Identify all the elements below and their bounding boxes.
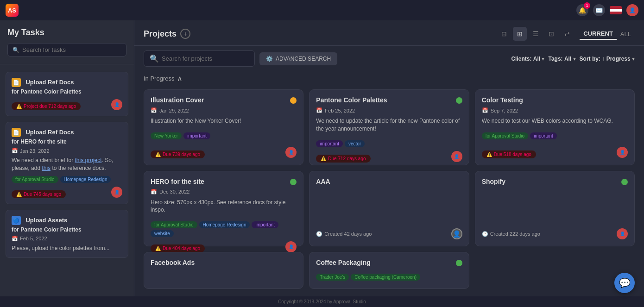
due-badge: ⚠️ Due 404 days ago [151, 244, 205, 252]
tag: Coffee packaging (Cameroon) [351, 274, 420, 281]
projects-header: Projects + ⊟ ⊞ ☰ ⊡ ⇄ CURRENT ALL [134, 20, 644, 46]
alert-icon: ⚠️ [16, 192, 22, 197]
task-card-header: 📄 Upload Ref Docs [12, 78, 122, 87]
top-nav: AS 🔔 1 ✉️ 👤 [0, 0, 644, 20]
task-card: 🔵 Upload Assets for Pantone Color Palett… [6, 210, 128, 258]
task-list: 📄 Upload Ref Docs for Pantone Color Pale… [0, 68, 134, 296]
due-badge: ⚠️ Due 739 days ago [151, 150, 205, 158]
notification-badge: 1 [584, 2, 590, 9]
project-tags: New Yorker important [151, 132, 297, 139]
project-card[interactable]: Facebook Ads [144, 252, 303, 289]
project-avatar: 👤 [285, 147, 297, 158]
calendar-icon: 📅 [316, 107, 322, 113]
calendar-icon: 📅 [12, 148, 18, 154]
project-card-footer: ⚠️ Due 739 days ago 👤 [151, 147, 297, 158]
app-logo[interactable]: AS [6, 4, 19, 17]
project-card[interactable]: Shopify 🕐 Created 222 days ago 👤 [475, 171, 635, 247]
chat-bubble-button[interactable]: 💬 [614, 273, 635, 293]
project-card[interactable]: Coffee Packaging Trader Joe's Coffee pac… [309, 252, 469, 289]
task-footer: ⚠️ Project due 712 days ago 👤 [12, 99, 122, 110]
project-card-header: Facebook Ads [151, 259, 297, 266]
task-assignee-avatar: 👤 [111, 99, 122, 110]
task-search-box[interactable]: 🔍 [7, 43, 126, 56]
project-card-footer: ⚠️ Due 404 days ago 👤 [151, 241, 297, 252]
language-flag[interactable] [610, 6, 622, 14]
tag: Trader Joe's [316, 274, 349, 281]
view-list-button[interactable]: ☰ [529, 27, 543, 41]
project-title: Illustration Cover [151, 96, 290, 104]
messages-button[interactable]: ✉️ [593, 4, 605, 16]
user-avatar[interactable]: 👤 [626, 4, 638, 16]
view-flow-button[interactable]: ⇄ [560, 27, 574, 41]
footer: Copyright © 2018-2024 by Approval Studio [0, 296, 644, 307]
filter-chips: Clients: All ▾ Tags: All ▾ Sort by: ↑ Pr… [511, 56, 635, 62]
clients-filter[interactable]: Clients: All ▾ [511, 56, 544, 62]
project-title: Color Testing [482, 96, 628, 104]
task-card-header: 🔵 Upload Assets [12, 216, 122, 225]
task-project: for Pantone Color Palettes [12, 88, 122, 95]
status-indicator [456, 260, 462, 266]
view-grid-button[interactable]: ⊞ [513, 27, 527, 41]
project-card-footer: ⚠️ Due 712 days ago 👤 [316, 151, 462, 163]
advanced-search-icon: ⚙️ [266, 56, 273, 62]
search-projects-input[interactable] [162, 55, 249, 62]
project-card[interactable]: AAA 🕐 Created 42 days ago 👤 [309, 171, 469, 247]
tags-filter[interactable]: Tags: All ▾ [548, 56, 575, 62]
tag: for Approval Studio [12, 176, 58, 183]
due-badge: ⚠️ Project due 712 days ago [12, 102, 81, 110]
task-project: for HERO for the site [12, 138, 122, 145]
advanced-search-button[interactable]: ⚙️ ADVANCED SEARCH [259, 52, 337, 65]
project-date: 📅 Dec 30, 2022 [151, 189, 297, 195]
task-tags: for Approval Studio Homepage Redesign [12, 176, 122, 183]
project-card-footer: 🕐 Created 222 days ago 👤 [482, 228, 628, 239]
tag: important [530, 132, 557, 139]
task-title: Upload Assets [25, 217, 67, 224]
search-tasks-input[interactable] [22, 46, 121, 53]
project-card[interactable]: HERO for the site 📅 Dec 30, 2022 Hero si… [144, 171, 303, 247]
project-spacer [482, 189, 628, 225]
view-split-button[interactable]: ⊟ [497, 27, 511, 41]
projects-title-row: Projects + [144, 29, 190, 39]
tag: New Yorker [151, 132, 182, 139]
section-label: In Progress [144, 75, 174, 82]
filter-current-button[interactable]: CURRENT [580, 28, 617, 40]
left-panel: My Tasks 🔍 📄 Upload Ref Docs for Pantone… [0, 20, 134, 296]
project-title: HERO for the site [151, 178, 290, 185]
add-project-button[interactable]: + [180, 29, 190, 39]
my-tasks-title: My Tasks [7, 28, 126, 38]
tag: vector [345, 140, 365, 147]
project-avatar: 👤 [617, 228, 628, 239]
notifications-button[interactable]: 🔔 1 [576, 4, 588, 16]
project-card-header: Shopify [482, 178, 628, 185]
tag: important [252, 221, 278, 228]
tag: for Approval Studio [482, 132, 529, 139]
task-card: 📄 Upload Ref Docs for HERO for the site … [6, 122, 128, 204]
calendar-icon: 📅 [151, 107, 157, 113]
project-card[interactable]: Pantone Color Palettes 📅 Feb 25, 2022 We… [309, 89, 469, 165]
due-badge: ⚠️ Due 745 days ago [12, 190, 66, 198]
task-icon: 🔵 [12, 216, 21, 225]
calendar-icon: 📅 [12, 236, 18, 242]
project-card[interactable]: Illustration Cover 📅 Jan 29, 2022 Illust… [144, 89, 303, 165]
alert-icon: ⚠️ [321, 156, 326, 161]
project-search-box[interactable]: 🔍 [144, 50, 255, 67]
filter-all-button[interactable]: ALL [617, 29, 635, 39]
status-indicator [290, 179, 297, 185]
task-card: 📄 Upload Ref Docs for Pantone Color Pale… [6, 72, 128, 116]
project-search-icon: 🔍 [150, 54, 159, 63]
sort-filter[interactable]: Sort by: ↑ Progress ▾ [580, 56, 635, 62]
task-title: Upload Ref Docs [25, 129, 74, 136]
project-card-header: AAA [316, 178, 462, 185]
task-icon: 📄 [12, 78, 21, 87]
task-project: for Pantone Color Palettes [12, 226, 122, 233]
project-desc: We need to update the article for the ne… [316, 117, 462, 133]
section-collapse-icon[interactable]: ∧ [177, 74, 183, 83]
project-desc: Illustration for the New Yorker Cover! [151, 117, 297, 125]
project-card[interactable]: Color Testing 📅 Sep 7, 2022 We need to t… [475, 89, 635, 165]
project-title: Facebook Ads [151, 259, 297, 266]
clock-icon: 🕐 [316, 231, 322, 237]
created-badge: 🕐 Created 222 days ago [482, 231, 540, 237]
alert-icon: ⚠️ [486, 152, 492, 157]
view-table-button[interactable]: ⊡ [544, 27, 558, 41]
alert-icon: ⚠️ [155, 246, 161, 251]
